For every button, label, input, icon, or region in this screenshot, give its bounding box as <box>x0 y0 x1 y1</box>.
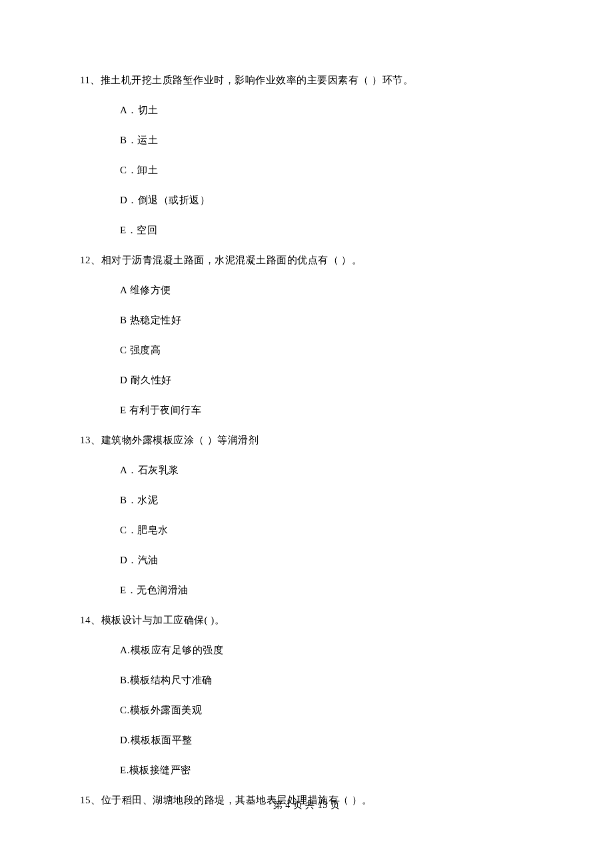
option-b: B.模板结构尺寸准确 <box>120 673 533 687</box>
page: 11、推土机开挖土质路堑作业时，影响作业效率的主要因素有（ ）环节。 A．切土 … <box>0 0 613 868</box>
option-list: A 维修方便 B 热稳定性好 C 强度高 D 耐久性好 E 有利于夜间行车 <box>80 283 533 417</box>
option-a: A．石灰乳浆 <box>120 463 533 477</box>
option-a: A．切土 <box>120 103 533 117</box>
option-c: C．肥皂水 <box>120 523 533 537</box>
option-list: A.模板应有足够的强度 B.模板结构尺寸准确 C.模板外露面美观 D.模板板面平… <box>80 643 533 777</box>
option-c: C 强度高 <box>120 343 533 357</box>
option-d: D．倒退（或折返） <box>120 193 533 207</box>
option-c: C．卸土 <box>120 163 533 177</box>
option-e: E 有利于夜间行车 <box>120 403 533 417</box>
option-c: C.模板外露面美观 <box>120 703 533 717</box>
option-e: E．空回 <box>120 223 533 237</box>
option-d: D．汽油 <box>120 553 533 567</box>
question-14: 14、模板设计与加工应确保( )。 A.模板应有足够的强度 B.模板结构尺寸准确… <box>80 613 533 777</box>
question-13: 13、建筑物外露模板应涂（ ）等润滑剂 A．石灰乳浆 B．水泥 C．肥皂水 D．… <box>80 433 533 597</box>
option-d: D 耐久性好 <box>120 373 533 387</box>
option-b: B．水泥 <box>120 493 533 507</box>
question-stem: 11、推土机开挖土质路堑作业时，影响作业效率的主要因素有（ ）环节。 <box>80 73 533 87</box>
question-stem: 14、模板设计与加工应确保( )。 <box>80 613 533 627</box>
question-stem: 13、建筑物外露模板应涂（ ）等润滑剂 <box>80 433 533 447</box>
option-e: E.模板接缝严密 <box>120 763 533 777</box>
page-footer: 第 4 页 共 13 页 <box>0 799 613 812</box>
question-12: 12、相对于沥青混凝土路面，水泥混凝土路面的优点有（ ）。 A 维修方便 B 热… <box>80 253 533 417</box>
option-e: E．无色润滑油 <box>120 583 533 597</box>
question-11: 11、推土机开挖土质路堑作业时，影响作业效率的主要因素有（ ）环节。 A．切土 … <box>80 73 533 237</box>
option-list: A．切土 B．运土 C．卸土 D．倒退（或折返） E．空回 <box>80 103 533 237</box>
question-stem: 12、相对于沥青混凝土路面，水泥混凝土路面的优点有（ ）。 <box>80 253 533 267</box>
option-a: A.模板应有足够的强度 <box>120 643 533 657</box>
option-list: A．石灰乳浆 B．水泥 C．肥皂水 D．汽油 E．无色润滑油 <box>80 463 533 597</box>
option-b: B．运土 <box>120 133 533 147</box>
option-b: B 热稳定性好 <box>120 313 533 327</box>
option-d: D.模板板面平整 <box>120 733 533 747</box>
option-a: A 维修方便 <box>120 283 533 297</box>
